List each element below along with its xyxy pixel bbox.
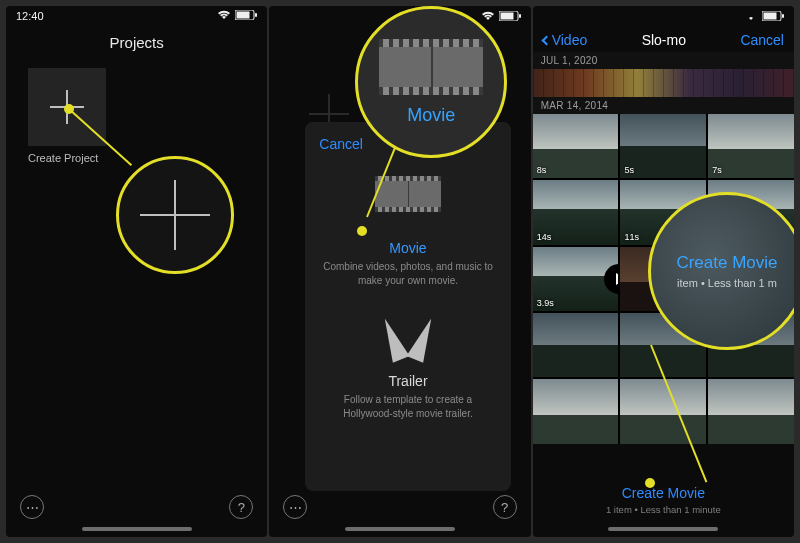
- battery-icon: [499, 11, 521, 21]
- duration-badge: 14s: [537, 232, 552, 242]
- film-icon: [379, 39, 483, 95]
- more-button[interactable]: ⋯: [20, 495, 44, 519]
- video-thumb[interactable]: [708, 379, 794, 443]
- ellipsis-icon: ⋯: [26, 500, 39, 515]
- option-trailer-subtitle: Follow a template to create a Hollywood-…: [319, 393, 496, 420]
- video-thumb[interactable]: 5s: [620, 114, 706, 178]
- more-button[interactable]: ⋯: [283, 495, 307, 519]
- battery-icon: [235, 10, 257, 22]
- video-thumb[interactable]: 8s: [533, 114, 619, 178]
- duration-badge: 3.9s: [537, 298, 554, 308]
- wifi-icon: [744, 11, 758, 21]
- screen-new-project: Movie Cancel New Movie Combine videos, p…: [269, 6, 530, 537]
- status-icons: [481, 11, 521, 21]
- chevron-left-icon: [541, 35, 551, 45]
- new-project-sheet: Cancel New Movie Combine videos, photos,…: [305, 122, 510, 491]
- svg-rect-4: [500, 13, 513, 20]
- wifi-icon: [217, 10, 231, 22]
- duration-badge: 5s: [624, 165, 634, 175]
- spotlight-icon: [378, 317, 438, 363]
- svg-rect-2: [255, 13, 257, 17]
- home-indicator: [82, 527, 192, 531]
- status-icons: [217, 10, 257, 22]
- back-button[interactable]: Video: [543, 32, 588, 48]
- option-movie[interactable]: Movie Combine videos, photos, and music …: [319, 176, 496, 287]
- screen-projects: 12:40 Projects Create Project ⋯ ?: [6, 6, 267, 537]
- status-time: 12:40: [16, 10, 44, 22]
- zoom-circle-movie: Movie: [355, 6, 507, 158]
- zoom-circle-plus: [116, 156, 234, 274]
- status-bar: 12:40: [6, 6, 267, 26]
- wifi-icon: [481, 11, 495, 21]
- section-header: JUL 1, 2020: [533, 52, 794, 69]
- status-bar: [533, 6, 794, 26]
- ellipsis-icon: ⋯: [289, 500, 302, 515]
- create-project-label: Create Project: [28, 152, 98, 164]
- zoom-subtitle: item • Less than 1 m: [677, 277, 777, 289]
- svg-rect-1: [237, 12, 250, 19]
- video-thumb[interactable]: 7s: [708, 114, 794, 178]
- video-thumb-selected[interactable]: 3.9s: [533, 247, 619, 311]
- create-movie-subtitle: 1 item • Less than 1 minute: [533, 504, 794, 515]
- duration-badge: 11s: [624, 232, 639, 242]
- zoom-label: Movie: [407, 105, 455, 126]
- film-icon: [375, 176, 441, 212]
- help-button[interactable]: ?: [493, 495, 517, 519]
- svg-rect-7: [763, 13, 776, 20]
- zoom-circle-create-movie: Create Movie item • Less than 1 m: [648, 192, 794, 350]
- nav-title: Slo-mo: [642, 32, 686, 48]
- nav-bar: Video Slo-mo Cancel: [533, 26, 794, 52]
- create-movie-footer[interactable]: Create Movie 1 item • Less than 1 minute: [533, 475, 794, 537]
- cancel-button[interactable]: Cancel: [740, 32, 784, 48]
- screen-media-picker: Video Slo-mo Cancel JUL 1, 2020 MAR 14, …: [533, 6, 794, 537]
- question-icon: ?: [238, 500, 245, 515]
- duration-badge: 7s: [712, 165, 722, 175]
- option-trailer[interactable]: Trailer Follow a template to create a Ho…: [319, 317, 496, 420]
- home-indicator: [608, 527, 718, 531]
- battery-icon: [762, 11, 784, 21]
- video-thumb[interactable]: [533, 379, 619, 443]
- video-thumb[interactable]: 14s: [533, 180, 619, 244]
- option-trailer-title: Trailer: [319, 373, 496, 389]
- video-thumb[interactable]: [533, 313, 619, 377]
- video-strip[interactable]: [533, 69, 794, 97]
- option-movie-subtitle: Combine videos, photos, and music to mak…: [319, 260, 496, 287]
- callout-dot: [357, 226, 367, 236]
- help-button[interactable]: ?: [229, 495, 253, 519]
- page-title: Projects: [6, 34, 267, 51]
- svg-rect-5: [519, 14, 521, 18]
- question-icon: ?: [501, 500, 508, 515]
- duration-badge: 8s: [537, 165, 547, 175]
- video-thumb[interactable]: [620, 379, 706, 443]
- zoom-title: Create Movie: [676, 253, 777, 273]
- create-movie-button[interactable]: Create Movie: [533, 485, 794, 501]
- option-movie-title: Movie: [319, 240, 496, 256]
- status-icons: [744, 11, 784, 21]
- back-label: Video: [552, 32, 588, 48]
- cancel-button[interactable]: Cancel: [319, 136, 363, 152]
- section-header: MAR 14, 2014: [533, 97, 794, 114]
- svg-rect-8: [782, 14, 784, 18]
- home-indicator: [345, 527, 455, 531]
